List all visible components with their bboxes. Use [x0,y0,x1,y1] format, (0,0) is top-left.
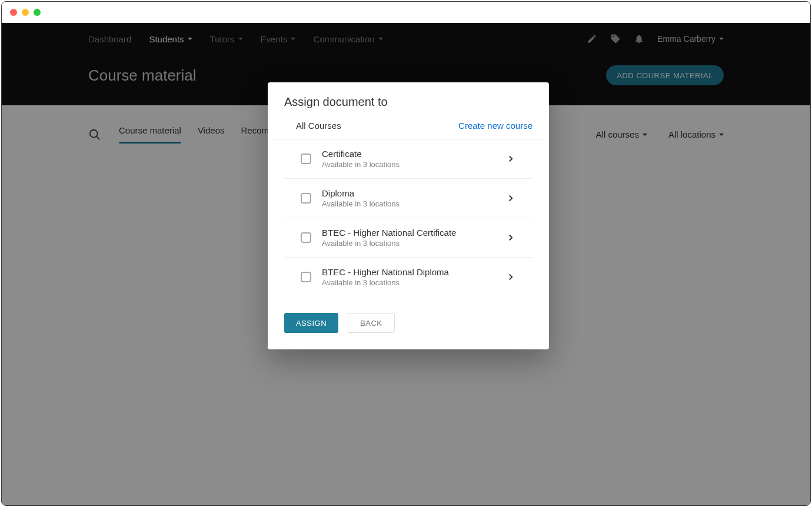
chevron-right-icon[interactable] [505,272,516,282]
course-checkbox[interactable] [301,193,311,204]
course-list: Certificate Available in 3 locations Dip… [268,139,549,296]
assign-button[interactable]: ASSIGN [284,313,338,333]
course-name: Diploma [322,188,505,198]
modal-title: Assign document to [268,82,549,117]
course-row[interactable]: Certificate Available in 3 locations [284,139,533,179]
course-row[interactable]: Diploma Available in 3 locations [284,179,533,218]
assign-document-modal: Assign document to All Courses Create ne… [268,82,549,349]
app-window: Dashboard Students Tutors Events Communi… [1,1,811,506]
mac-titlebar [2,2,810,23]
course-sub: Available in 3 locations [322,278,505,287]
course-sub: Available in 3 locations [322,239,505,248]
chevron-right-icon[interactable] [505,193,516,204]
course-name: BTEC - Higher National Certificate [322,228,505,238]
window-close-icon[interactable] [10,9,17,16]
modal-subheader: All Courses Create new course [268,117,549,139]
window-minimize-icon[interactable] [22,9,29,16]
course-text: BTEC - Higher National Certificate Avail… [322,228,505,248]
course-text: BTEC - Higher National Diploma Available… [322,267,505,287]
course-name: BTEC - Higher National Diploma [322,267,505,277]
course-row[interactable]: BTEC - Higher National Certificate Avail… [284,218,533,258]
course-name: Certificate [322,149,505,159]
chevron-right-icon[interactable] [505,154,516,164]
course-sub: Available in 3 locations [322,160,505,169]
modal-subtitle: All Courses [296,121,341,131]
modal-actions: ASSIGN BACK [268,296,549,349]
course-row[interactable]: BTEC - Higher National Diploma Available… [284,258,533,296]
course-text: Certificate Available in 3 locations [322,149,505,169]
back-button[interactable]: BACK [348,313,394,333]
course-checkbox[interactable] [301,272,311,282]
course-text: Diploma Available in 3 locations [322,188,505,208]
window-zoom-icon[interactable] [34,9,41,16]
create-new-course-link[interactable]: Create new course [458,121,533,131]
course-checkbox[interactable] [301,232,311,243]
course-sub: Available in 3 locations [322,199,505,208]
course-checkbox[interactable] [301,154,311,164]
chevron-right-icon[interactable] [505,232,516,243]
